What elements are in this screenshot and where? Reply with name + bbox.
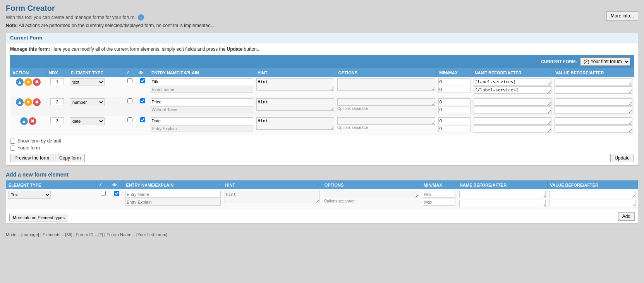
row1-value-before[interactable] <box>555 78 632 86</box>
row2-up-button[interactable]: ▲ <box>16 98 24 106</box>
th-eye: 👁 <box>136 68 149 77</box>
copy-form-button[interactable]: Copy form <box>55 154 85 162</box>
new-min-input[interactable] <box>423 191 455 198</box>
new-type-cell: TextNumberDateSelectTextareaRadioCheckbo… <box>6 189 96 209</box>
row3-entry-name[interactable] <box>151 117 254 124</box>
row1-entry-name[interactable] <box>151 78 254 85</box>
new-options-input[interactable] <box>324 191 419 198</box>
row2-type-select[interactable]: text number date <box>70 98 105 106</box>
row1-delete-button[interactable]: ✖ <box>33 78 41 86</box>
new-value-before[interactable] <box>550 191 636 198</box>
row2-name-before[interactable] <box>474 98 551 106</box>
new-max-input[interactable] <box>423 199 455 206</box>
show-form-label: Show form by default <box>17 138 61 144</box>
current-form-select[interactable]: (2) Your first forum <box>580 57 630 66</box>
new-hint-cell <box>223 189 322 209</box>
row3-ndx-input[interactable] <box>50 117 64 124</box>
row2-min-input[interactable] <box>438 98 471 105</box>
nth-chk: ✓ <box>96 180 110 189</box>
new-element-table: ELEMENT TYPE ✓ 👁 ENTRY NAME/EXPLAIN HINT… <box>6 180 638 209</box>
row1-down-button[interactable]: ▼ <box>24 78 32 86</box>
row3-min-input[interactable] <box>438 117 471 124</box>
new-type-select[interactable]: TextNumberDateSelectTextareaRadioCheckbo… <box>8 191 51 199</box>
row1-entry-explain[interactable] <box>151 86 254 93</box>
force-form-checkbox[interactable] <box>10 146 15 151</box>
row1-name-after[interactable]: [/label-services] <box>474 86 551 94</box>
footer-status: Mode = [manage] | Elements = [36] | Foru… <box>6 230 638 237</box>
row3-hint-input[interactable]: Hint <box>256 117 334 130</box>
show-form-checkbox[interactable] <box>10 139 15 144</box>
new-entry-explain[interactable] <box>125 199 221 206</box>
row1-required-checkbox[interactable] <box>127 78 132 83</box>
row1-visible-checkbox[interactable] <box>140 78 145 83</box>
row3-minmax <box>437 116 472 135</box>
new-required-checkbox[interactable] <box>101 191 106 196</box>
row2-delete-button[interactable]: ✖ <box>33 98 41 106</box>
row2-eye <box>136 97 149 116</box>
new-element-row: TextNumberDateSelectTextareaRadioCheckbo… <box>6 189 638 209</box>
row1-max-input[interactable] <box>438 86 471 93</box>
row3-options-input[interactable] <box>337 117 435 125</box>
row2-name-after[interactable] <box>474 106 551 114</box>
row1-ndx-input[interactable] <box>50 78 64 85</box>
th-type: ELEMENT TYPE <box>68 68 124 77</box>
row2-max-input[interactable] <box>438 106 471 113</box>
update-button[interactable]: Update <box>610 154 634 162</box>
table-row: ▲ ✖ text number date <box>10 116 634 135</box>
row3-hint: Hint <box>255 116 336 135</box>
new-visible-checkbox[interactable] <box>114 191 119 196</box>
row3-required-checkbox[interactable] <box>127 117 132 122</box>
row2-hint-input[interactable]: Hint <box>256 98 334 111</box>
row2-entry-name[interactable] <box>151 98 254 105</box>
row1-hint: Hint <box>255 77 336 97</box>
row1-value-after[interactable] <box>555 86 632 94</box>
info-icon[interactable]: i <box>138 14 144 21</box>
row1-valueba <box>553 77 634 97</box>
row3-value-before[interactable] <box>555 117 632 125</box>
nth-valueba: VALUE BEFORE/AFTER <box>548 180 638 189</box>
table-row: ▲ ▼ ✖ text number date <box>10 97 634 116</box>
add-element-button[interactable]: Add <box>618 212 635 221</box>
row1-options-input[interactable] <box>337 78 435 91</box>
row2-entry-explain[interactable] <box>151 106 254 113</box>
row3-name-before[interactable] <box>474 117 551 125</box>
new-name-before[interactable] <box>459 191 546 198</box>
row2-visible-checkbox[interactable] <box>140 98 145 103</box>
row3-entry-explain[interactable] <box>151 125 254 132</box>
nth-eye: 👁 <box>110 180 124 189</box>
preview-form-button[interactable]: Preview the form <box>10 154 53 162</box>
row2-options-input[interactable] <box>337 98 435 106</box>
current-form-label: CURRENT FORM: <box>541 59 577 64</box>
form-elements-table: ACTION NDX ELEMENT TYPE ✓ 👁 ENTRY NAME/E… <box>10 68 634 135</box>
new-chk-cell <box>96 189 110 209</box>
row1-up-button[interactable]: ▲ <box>16 78 24 86</box>
row3-type-select[interactable]: text number date <box>70 117 105 125</box>
row3-max-input[interactable] <box>438 125 471 132</box>
new-value-after[interactable] <box>550 200 636 207</box>
row2-ndx-input[interactable] <box>50 98 64 105</box>
row3-value-after[interactable] <box>555 125 632 133</box>
row1-hint-input[interactable]: Hint <box>256 78 334 91</box>
row3-up-button[interactable]: ▲ <box>20 117 28 125</box>
row3-visible-checkbox[interactable] <box>140 117 145 122</box>
new-entry-cell <box>124 189 223 209</box>
row3-delete-button[interactable]: ✖ <box>29 117 36 125</box>
more-info-button[interactable]: More info... <box>606 11 638 21</box>
row2-down-button[interactable]: ▼ <box>24 98 32 106</box>
row2-chk <box>124 97 136 116</box>
current-form-bar: CURRENT FORM: (2) Your first forum <box>10 55 634 68</box>
row1-name-before[interactable]: [label-services] <box>474 78 551 86</box>
nth-hint: HINT <box>223 180 322 189</box>
row3-name-after[interactable] <box>474 125 551 133</box>
new-name-after[interactable] <box>459 200 546 207</box>
row1-type-select[interactable]: text number date <box>70 78 105 86</box>
row2-value-after[interactable] <box>555 106 632 114</box>
th-entry: ENTRY NAME/EXPLAIN <box>149 68 255 77</box>
row1-minmax <box>437 77 472 97</box>
new-hint-input[interactable] <box>225 191 320 203</box>
new-entry-name[interactable] <box>125 191 221 198</box>
row2-value-before[interactable] <box>555 98 632 106</box>
more-info-element-types-button[interactable]: More info on Element types <box>9 214 68 221</box>
row2-required-checkbox[interactable] <box>127 98 132 103</box>
row1-min-input[interactable] <box>438 78 471 85</box>
